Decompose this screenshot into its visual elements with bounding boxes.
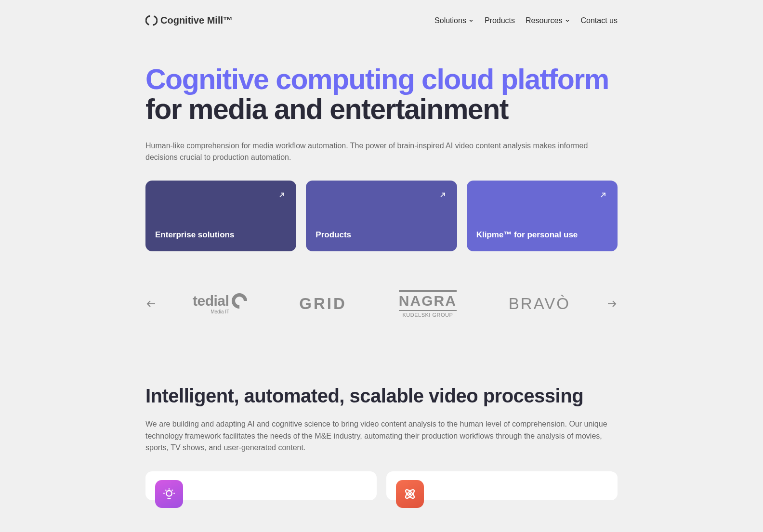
section-heading: Intelligent, automated, scalable video p… bbox=[145, 385, 618, 407]
arrow-up-right-icon bbox=[599, 191, 607, 199]
chevron-down-icon bbox=[468, 18, 474, 24]
hero-section: Cognitive computing cloud platform for m… bbox=[145, 36, 618, 251]
client-logos: tedial Media IT GRID NAGRA KUDELSKI GROU… bbox=[167, 290, 596, 318]
nav-contact[interactable]: Contact us bbox=[581, 16, 618, 25]
tedial-mark-icon bbox=[229, 290, 250, 312]
svg-point-16 bbox=[409, 493, 411, 495]
svg-point-1 bbox=[154, 16, 155, 17]
card-enterprise-solutions[interactable]: Enterprise solutions bbox=[145, 181, 296, 251]
nav-products[interactable]: Products bbox=[485, 16, 515, 25]
section-body: We are building and adapting AI and cogn… bbox=[145, 418, 618, 454]
client-logos-carousel: tedial Media IT GRID NAGRA KUDELSKI GROU… bbox=[145, 290, 618, 318]
svg-line-2 bbox=[280, 193, 284, 197]
card-label: Products bbox=[316, 230, 351, 240]
nav-resources[interactable]: Resources bbox=[526, 16, 570, 25]
nav-products-label: Products bbox=[485, 16, 515, 25]
client-logo-grid: GRID bbox=[299, 295, 347, 313]
atom-icon bbox=[396, 480, 424, 508]
cta-cards: Enterprise solutions Products Klipme™ fo… bbox=[145, 181, 618, 251]
primary-nav: Solutions Products Resources Contact us bbox=[434, 16, 618, 25]
feature-tiles bbox=[145, 471, 618, 500]
card-products[interactable]: Products bbox=[306, 181, 457, 251]
client-logo-tedial: tedial Media IT bbox=[193, 293, 247, 314]
client-logo-bravo: BRAVÒ bbox=[509, 295, 570, 313]
intro-section: Intelligent, automated, scalable video p… bbox=[145, 385, 618, 500]
feature-tile[interactable] bbox=[145, 471, 377, 500]
arrow-up-right-icon bbox=[439, 191, 447, 199]
hero-subtitle: Human-like comprehension for media workf… bbox=[145, 140, 618, 163]
nav-solutions[interactable]: Solutions bbox=[434, 16, 474, 25]
nav-solutions-label: Solutions bbox=[434, 16, 466, 25]
lightbulb-icon bbox=[155, 480, 183, 508]
nav-contact-label: Contact us bbox=[581, 16, 618, 25]
card-klipme-personal[interactable]: Klipme™ for personal use bbox=[467, 181, 618, 251]
brand-logo[interactable]: Cognitive Mill™ bbox=[145, 14, 233, 26]
svg-line-4 bbox=[601, 193, 605, 197]
hero-title-accent: Cognitive computing cloud platform bbox=[145, 64, 609, 95]
svg-line-12 bbox=[172, 490, 173, 491]
brand-name: Cognitive Mill™ bbox=[160, 15, 233, 26]
main-header: Cognitive Mill™ Solutions Products Resou… bbox=[145, 0, 618, 36]
hero-title: Cognitive computing cloud platform for m… bbox=[145, 65, 618, 125]
card-label: Enterprise solutions bbox=[155, 230, 234, 240]
tedial-logo-text: tedial bbox=[193, 293, 229, 309]
client-logo-nagra: NAGRA KUDELSKI GROUP bbox=[399, 290, 457, 318]
nagra-tagline: KUDELSKI GROUP bbox=[402, 312, 453, 318]
carousel-next-button[interactable] bbox=[606, 298, 618, 310]
hero-title-dark: for media and entertainment bbox=[145, 93, 508, 125]
arrow-up-right-icon bbox=[278, 191, 286, 199]
chevron-down-icon bbox=[565, 18, 570, 24]
logo-icon bbox=[145, 14, 158, 26]
svg-line-3 bbox=[441, 193, 445, 197]
card-label: Klipme™ for personal use bbox=[476, 230, 578, 240]
carousel-prev-button[interactable] bbox=[145, 298, 157, 310]
nav-resources-label: Resources bbox=[526, 16, 562, 25]
svg-line-11 bbox=[165, 490, 166, 491]
feature-tile[interactable] bbox=[386, 471, 618, 500]
svg-point-7 bbox=[166, 491, 172, 496]
svg-point-0 bbox=[148, 24, 149, 25]
tedial-tagline: Media IT bbox=[210, 309, 229, 314]
nagra-logo-text: NAGRA bbox=[399, 290, 457, 311]
